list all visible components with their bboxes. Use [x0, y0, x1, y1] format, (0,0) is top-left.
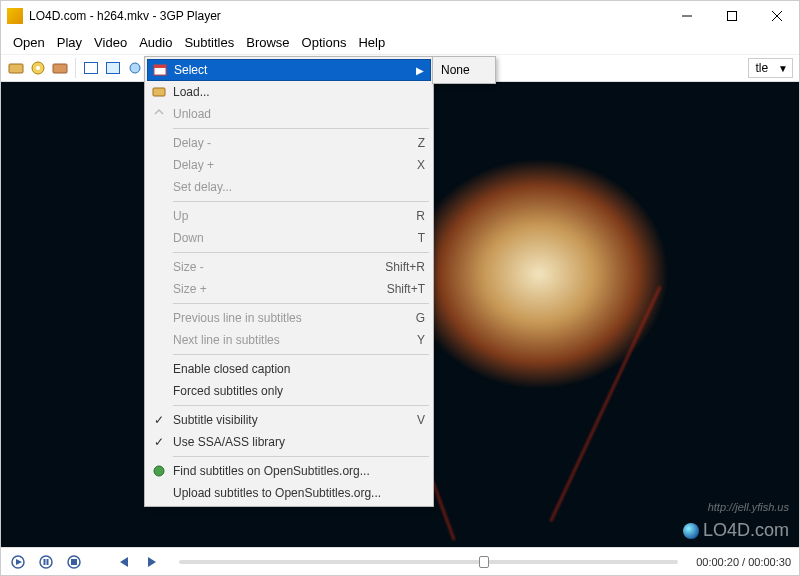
minimize-button[interactable]	[664, 1, 709, 31]
menu-item-label: Delay +	[173, 158, 407, 172]
seek-forward-button[interactable]	[143, 553, 161, 571]
menu-item-set-delay: Set delay...	[147, 176, 431, 198]
stop-button[interactable]	[65, 553, 83, 571]
time-display: 00:00:20 / 00:00:30	[696, 556, 791, 568]
close-button[interactable]	[754, 1, 799, 31]
menu-item-label: Select	[174, 63, 410, 77]
subtitles-menu: Select ▶ Load... Unload Delay - Z Delay …	[144, 56, 434, 507]
submenu-item-none[interactable]: None	[435, 59, 493, 81]
menu-item-ssa[interactable]: ✓ Use SSA/ASS library	[147, 431, 431, 453]
toolbar-separator	[75, 58, 76, 78]
menu-separator	[173, 354, 429, 355]
menu-item-label: Up	[173, 209, 406, 223]
menu-subtitles[interactable]: Subtitles	[178, 33, 240, 52]
menu-item-label: Forced subtitles only	[173, 384, 425, 398]
window-controls	[664, 1, 799, 31]
menu-item-shortcut: Y	[407, 333, 425, 347]
window-title: LO4D.com - h264.mkv - 3GP Player	[29, 9, 664, 23]
open-folder-icon[interactable]	[51, 59, 69, 77]
menu-item-label: Upload subtitles to OpenSubtitles.org...	[173, 486, 425, 500]
titlebar: LO4D.com - h264.mkv - 3GP Player	[1, 1, 799, 31]
svg-rect-15	[47, 559, 49, 565]
menu-item-label: Set delay...	[173, 180, 425, 194]
checkmark-icon: ✓	[149, 434, 169, 450]
menu-item-delay-minus: Delay - Z	[147, 132, 431, 154]
menu-item-up: Up R	[147, 205, 431, 227]
subtitle-combo-text: tle	[749, 61, 774, 75]
menu-item-find-subs[interactable]: Find subtitles on OpenSubtitles.org...	[147, 460, 431, 482]
menu-help[interactable]: Help	[352, 33, 391, 52]
menu-item-shortcut: T	[408, 231, 425, 245]
menu-options[interactable]: Options	[296, 33, 353, 52]
menu-item-label: Down	[173, 231, 408, 245]
svg-point-13	[40, 556, 52, 568]
menu-separator	[173, 252, 429, 253]
menu-item-load[interactable]: Load...	[147, 81, 431, 103]
seek-bar[interactable]	[179, 560, 678, 564]
window-mode-icon[interactable]	[82, 59, 100, 77]
menu-item-label: Load...	[173, 85, 425, 99]
svg-rect-4	[9, 64, 23, 73]
menu-separator	[173, 456, 429, 457]
menu-item-visibility[interactable]: ✓ Subtitle visibility V	[147, 409, 431, 431]
globe-icon	[683, 523, 699, 539]
submenu-arrow-icon: ▶	[410, 65, 424, 76]
menu-item-forced[interactable]: Forced subtitles only	[147, 380, 431, 402]
globe-icon	[149, 463, 169, 479]
svg-rect-21	[154, 65, 166, 68]
svg-marker-12	[16, 559, 22, 565]
svg-rect-1	[727, 12, 736, 21]
svg-marker-19	[148, 557, 156, 567]
open-file-icon[interactable]	[7, 59, 25, 77]
subtitle-combo[interactable]: tle ▼	[748, 58, 793, 78]
svg-point-23	[154, 466, 164, 476]
watermark: LO4D.com	[683, 520, 789, 541]
seek-thumb[interactable]	[479, 556, 489, 568]
menu-audio[interactable]: Audio	[133, 33, 178, 52]
svg-rect-22	[153, 88, 165, 96]
menu-browse[interactable]: Browse	[240, 33, 295, 52]
menu-item-shortcut: Shift+T	[377, 282, 425, 296]
maximize-button[interactable]	[709, 1, 754, 31]
video-source-hint: http://jell.yfish.us	[708, 501, 789, 513]
menu-item-label: Next line in subtitles	[173, 333, 407, 347]
svg-rect-14	[44, 559, 46, 565]
folder-icon	[149, 84, 169, 100]
menu-item-shortcut: Shift+R	[375, 260, 425, 274]
menu-item-shortcut: V	[407, 413, 425, 427]
select-submenu: None	[432, 56, 496, 84]
menu-item-prev-line: Previous line in subtitles G	[147, 307, 431, 329]
menu-item-label: Size +	[173, 282, 377, 296]
menu-item-label: Enable closed caption	[173, 362, 425, 376]
menu-item-label: Delay -	[173, 136, 408, 150]
playback-controls: 00:00:20 / 00:00:30	[1, 547, 799, 575]
menu-item-delay-plus: Delay + X	[147, 154, 431, 176]
pause-button[interactable]	[37, 553, 55, 571]
chevron-down-icon: ▼	[774, 63, 792, 74]
menu-item-down: Down T	[147, 227, 431, 249]
menu-item-upload-subs[interactable]: Upload subtitles to OpenSubtitles.org...	[147, 482, 431, 504]
expand-icon[interactable]	[104, 59, 122, 77]
menu-item-label: Use SSA/ASS library	[173, 435, 425, 449]
menu-item-shortcut: R	[406, 209, 425, 223]
menu-separator	[173, 405, 429, 406]
svg-rect-17	[71, 559, 77, 565]
menu-item-size-plus: Size + Shift+T	[147, 278, 431, 300]
menu-open[interactable]: Open	[7, 33, 51, 52]
menu-item-select[interactable]: Select ▶	[147, 59, 431, 81]
menu-separator	[173, 303, 429, 304]
menu-separator	[173, 201, 429, 202]
menu-item-label: Size -	[173, 260, 375, 274]
menu-video[interactable]: Video	[88, 33, 133, 52]
menu-play[interactable]: Play	[51, 33, 88, 52]
open-disc-icon[interactable]	[29, 59, 47, 77]
settings-icon[interactable]	[126, 59, 144, 77]
menu-item-label: Find subtitles on OpenSubtitles.org...	[173, 464, 425, 478]
menu-item-enable-cc[interactable]: Enable closed caption	[147, 358, 431, 380]
submenu-item-label: None	[441, 63, 487, 77]
play-button[interactable]	[9, 553, 27, 571]
seek-back-button[interactable]	[115, 553, 133, 571]
menubar: Open Play Video Audio Subtitles Browse O…	[1, 31, 799, 54]
menu-separator	[173, 128, 429, 129]
menu-item-label: Unload	[173, 107, 425, 121]
